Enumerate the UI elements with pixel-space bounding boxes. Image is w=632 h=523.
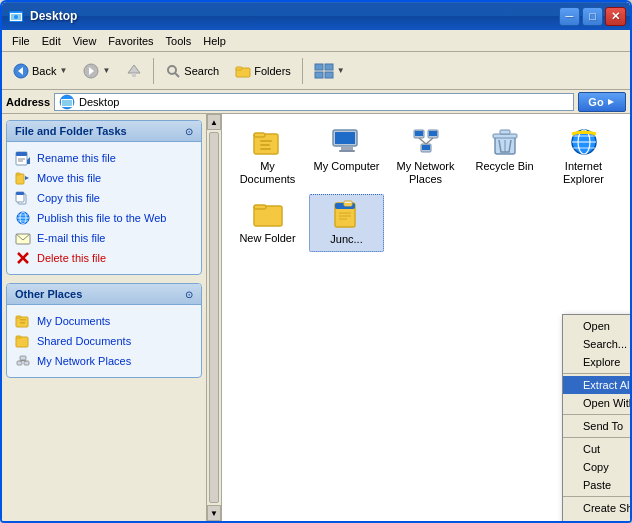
icon-mycomputer[interactable]: My Computer: [309, 122, 384, 190]
svg-line-69: [426, 138, 433, 144]
svg-rect-17: [325, 72, 333, 78]
mycomputer-img: [331, 126, 363, 158]
menu-view[interactable]: View: [67, 33, 103, 49]
minimize-button[interactable]: ─: [559, 7, 580, 26]
ctx-sep-1: [563, 373, 630, 374]
forward-icon: [83, 63, 99, 79]
menubar: File Edit View Favorites Tools Help: [2, 30, 630, 52]
toolbar-separator-2: [302, 58, 303, 84]
ctx-sendto[interactable]: Send To: [563, 417, 630, 435]
folders-icon: [235, 63, 251, 79]
forward-button[interactable]: ▼: [76, 56, 117, 86]
address-icon: [59, 94, 75, 110]
ctx-cut[interactable]: Cut: [563, 440, 630, 458]
go-arrow-icon: [606, 97, 616, 107]
maximize-button[interactable]: □: [582, 7, 603, 26]
view-button[interactable]: ▼: [307, 56, 352, 86]
icon-ie[interactable]: InternetExplorer: [546, 122, 621, 190]
ctx-search[interactable]: Search...: [563, 335, 630, 353]
svg-rect-72: [500, 130, 510, 134]
task-copy[interactable]: Copy this file: [15, 188, 193, 208]
scroll-thumb[interactable]: [209, 132, 219, 503]
left-panel: File and Folder Tasks ⊙: [2, 114, 206, 521]
newfolder-label: New Folder: [239, 232, 295, 245]
ctx-open[interactable]: Open: [563, 317, 630, 335]
svg-rect-71: [493, 134, 517, 138]
svg-rect-54: [254, 133, 265, 137]
places-header-text: Other Places: [15, 288, 82, 300]
svg-rect-59: [335, 132, 355, 144]
back-arrow: ▼: [59, 66, 67, 75]
up-icon: [126, 63, 142, 79]
delete-label: Delete this file: [37, 252, 106, 264]
place-shared[interactable]: Shared Documents: [15, 331, 193, 351]
ctx-explore[interactable]: Explore: [563, 353, 630, 371]
folders-button[interactable]: Folders: [228, 56, 298, 86]
ctx-openwith[interactable]: Open With...: [563, 394, 630, 412]
search-button[interactable]: Search: [158, 56, 226, 86]
context-menu: Open Search... Explore Extract All... Op…: [562, 314, 630, 521]
tasks-header[interactable]: File and Folder Tasks ⊙: [7, 121, 201, 142]
toolbar-separator-1: [153, 58, 154, 84]
place-network[interactable]: My Network Places: [15, 351, 193, 371]
places-section: Other Places ⊙: [6, 283, 202, 378]
icon-network[interactable]: My Network Places: [388, 122, 463, 190]
icon-newfolder[interactable]: New Folder: [230, 194, 305, 251]
icon-junc[interactable]: Junc...: [309, 194, 384, 251]
task-move[interactable]: Move this file: [15, 168, 193, 188]
address-input[interactable]: Desktop: [54, 93, 574, 111]
icon-mydocuments[interactable]: My Documents: [230, 122, 305, 190]
ctx-extract[interactable]: Extract All...: [563, 376, 630, 394]
publish-label: Publish this file to the Web: [37, 212, 166, 224]
up-button[interactable]: [119, 56, 149, 86]
tasks-section: File and Folder Tasks ⊙: [6, 120, 202, 275]
network-label: My Network Places: [392, 160, 459, 186]
back-icon: [13, 63, 29, 79]
ctx-delete[interactable]: Delete: [563, 517, 630, 521]
main-area: File and Folder Tasks ⊙: [2, 114, 630, 521]
place-mydocs[interactable]: My Documents: [15, 311, 193, 331]
ctx-paste[interactable]: Paste: [563, 476, 630, 494]
icon-recycle[interactable]: Recycle Bin: [467, 122, 542, 190]
scroll-down[interactable]: ▼: [207, 505, 221, 521]
view-arrow: ▼: [337, 66, 345, 75]
ctx-createshortcut[interactable]: Create Shortcut: [563, 499, 630, 517]
menu-favorites[interactable]: Favorites: [102, 33, 159, 49]
go-label: Go: [588, 96, 603, 108]
task-rename[interactable]: Rename this file: [15, 148, 193, 168]
svg-marker-8: [128, 65, 140, 73]
menu-help[interactable]: Help: [197, 33, 232, 49]
svg-rect-48: [24, 361, 29, 365]
places-collapse-icon: ⊙: [185, 289, 193, 300]
task-email[interactable]: E-mail this file: [15, 228, 193, 248]
back-button[interactable]: Back ▼: [6, 56, 74, 86]
junc-img: [331, 199, 363, 231]
mydocuments-label: My Documents: [234, 160, 301, 186]
svg-rect-65: [429, 131, 437, 136]
svg-rect-16: [315, 72, 323, 78]
menu-edit[interactable]: Edit: [36, 33, 67, 49]
ctx-copy[interactable]: Copy: [563, 458, 630, 476]
mydocuments-img: [252, 126, 284, 158]
task-publish[interactable]: Publish this file to the Web: [15, 208, 193, 228]
place-mydocs-label: My Documents: [37, 315, 110, 327]
svg-point-3: [14, 15, 18, 19]
svg-rect-20: [62, 100, 72, 106]
scroll-up[interactable]: ▲: [207, 114, 221, 130]
svg-rect-61: [339, 150, 355, 152]
task-delete[interactable]: Delete this file: [15, 248, 193, 268]
svg-rect-63: [415, 131, 423, 136]
back-label: Back: [32, 65, 56, 77]
tasks-header-text: File and Folder Tasks: [15, 125, 127, 137]
svg-rect-28: [16, 173, 20, 175]
menu-tools[interactable]: Tools: [160, 33, 198, 49]
view-icon: [314, 63, 334, 79]
go-button[interactable]: Go: [578, 92, 626, 112]
places-header[interactable]: Other Places ⊙: [7, 284, 201, 305]
move-icon: [15, 170, 31, 186]
left-scrollbar[interactable]: ▲ ▼: [206, 114, 221, 521]
svg-marker-29: [25, 176, 29, 180]
menu-file[interactable]: File: [6, 33, 36, 49]
close-button[interactable]: ✕: [605, 7, 626, 26]
place-shared-label: Shared Documents: [37, 335, 131, 347]
